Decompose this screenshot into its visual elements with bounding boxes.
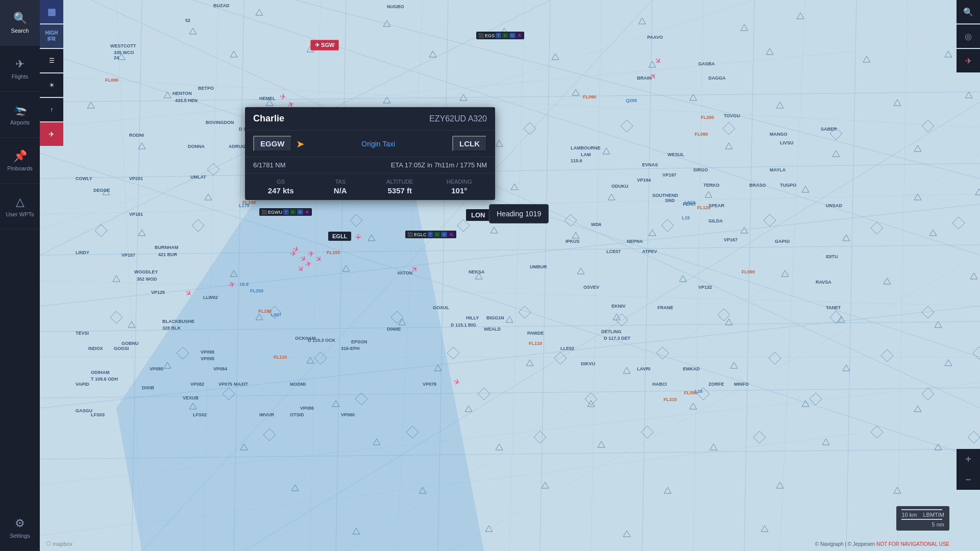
svg-marker-98 <box>475 273 482 279</box>
svg-marker-150 <box>723 122 735 135</box>
svg-marker-101 <box>781 270 789 277</box>
flight-filter-button[interactable]: ✈ <box>40 122 63 146</box>
svg-line-33 <box>591 0 601 551</box>
sidebar-item-flights[interactable]: ✈ Flights <box>0 46 40 92</box>
popup-arrow-icon: ➤ <box>296 138 305 150</box>
svg-marker-160 <box>871 222 883 234</box>
fl-label-15: Q295 <box>626 98 637 103</box>
sidebar-item-user-wpts[interactable]: △ User WPTs <box>0 184 40 230</box>
popup-status: Origin Taxi <box>309 140 449 148</box>
zoom-controls: + − <box>957 449 980 490</box>
fl-label-14: FL100 <box>327 250 340 255</box>
svg-marker-104 <box>128 321 135 328</box>
svg-line-36 <box>897 0 908 551</box>
svg-marker-58 <box>863 56 870 62</box>
copyright-bar: © Navigraph | © Jeppesen NOT FOR NAVIGAT… <box>815 541 949 547</box>
svg-marker-153 <box>95 224 107 237</box>
right-locate-button[interactable]: ◎ <box>957 24 980 48</box>
zoom-out-button[interactable]: − <box>957 469 980 490</box>
svg-marker-144 <box>761 525 768 532</box>
svg-marker-94 <box>929 230 937 236</box>
stat-alt-label: Altitude <box>386 179 413 185</box>
svg-marker-67 <box>776 102 783 108</box>
popup-origin-button[interactable]: EGGW <box>253 136 292 152</box>
ifr-button[interactable]: HIGHIFR <box>40 24 63 48</box>
right-search-button[interactable]: 🔍 <box>957 0 980 23</box>
svg-marker-122 <box>465 406 472 412</box>
popup-destination-button[interactable]: LCLK <box>452 136 487 152</box>
svg-marker-188 <box>641 426 653 438</box>
svg-marker-172 <box>447 347 459 359</box>
svg-line-2 <box>40 245 980 255</box>
zoom-in-button[interactable]: + <box>957 449 980 469</box>
svg-marker-107 <box>506 316 513 322</box>
sidebar-item-search[interactable]: 🔍 Search <box>0 0 40 46</box>
svg-marker-119 <box>945 360 952 366</box>
heading-popup-text: Heading 1019 <box>497 210 541 218</box>
sidebar-item-settings[interactable]: ⚙ Settings <box>0 505 40 551</box>
airport-eglc-icon: ⬛ <box>407 232 413 237</box>
mapbox-logo-text: mapbox <box>53 541 72 547</box>
svg-marker-187 <box>534 431 546 443</box>
sidebar: 🔍 Search ✈ Flights 🛬 Airports 📌 Pinboard… <box>0 0 40 551</box>
sidebar-item-pinboards[interactable]: 📌 Pinboards <box>0 138 40 184</box>
svg-marker-175 <box>769 352 781 364</box>
svg-marker-65 <box>572 89 579 95</box>
svg-line-12 <box>744 0 754 551</box>
airport-egll[interactable]: EGLL <box>328 232 351 241</box>
brightness-button[interactable]: ☀ <box>40 73 63 97</box>
svg-marker-84 <box>802 186 809 192</box>
popup-nm-flown: 6/1781 NM <box>253 161 286 169</box>
svg-marker-83 <box>705 191 712 197</box>
svg-marker-76 <box>914 145 921 152</box>
sidebar-label-settings: Settings <box>10 533 30 539</box>
airport-sgw[interactable]: ✈ SGW <box>310 40 339 51</box>
sidebar-label-search: Search <box>11 28 29 34</box>
fl-label-13: FL110 <box>529 341 542 346</box>
scale-bar: 10 km LBMTIM 5 nm <box>896 506 949 531</box>
svg-marker-45 <box>189 28 197 34</box>
airport-egs[interactable]: ⬛ EGS T D G A <box>476 32 524 39</box>
svg-marker-77 <box>103 189 110 195</box>
airport-egwu[interactable]: ⬛ EGWU T D G A <box>259 208 312 216</box>
map-svg <box>40 0 980 551</box>
popup-eta-row: 6/1781 NM ETA 17:05Z in 7h11m / 1775 NM <box>245 157 495 173</box>
svg-marker-72 <box>496 140 503 146</box>
svg-marker-90 <box>572 232 579 238</box>
stat-gs: GS 247 kts <box>253 179 309 195</box>
map[interactable]: BUZAD NUGBO PAAVO GASBA BRAIN DAGGA TOVG… <box>40 0 980 551</box>
right-filter-button[interactable]: ✈ <box>957 49 980 72</box>
fl-label-1: FL090 <box>105 78 118 83</box>
svg-line-10 <box>540 0 550 551</box>
svg-marker-137 <box>542 482 549 488</box>
svg-marker-44 <box>256 9 263 15</box>
svg-marker-181 <box>585 393 597 405</box>
airport-eglc[interactable]: ⬛ EGLC T D G A <box>405 231 456 238</box>
svg-marker-82 <box>608 194 615 200</box>
layers-button[interactable]: ☰ <box>40 49 63 72</box>
svg-marker-60 <box>87 102 94 108</box>
svg-marker-115 <box>526 360 533 366</box>
svg-marker-156 <box>457 219 470 232</box>
scale-5nm: 5 nm <box>901 521 944 528</box>
map-view-button[interactable]: ▦ <box>40 0 63 23</box>
flight-popup: Charlie EZY62UD A320 EGGW ➤ Origin Taxi … <box>245 107 495 200</box>
stat-alt-value: 5357 ft <box>387 186 412 195</box>
svg-marker-102 <box>884 278 891 284</box>
svg-marker-57 <box>766 48 773 55</box>
airplane-lhr3[interactable]: ✈ <box>353 234 363 240</box>
svg-line-13 <box>846 0 856 551</box>
svg-marker-148 <box>524 122 536 135</box>
svg-marker-85 <box>914 194 921 200</box>
north-up-button[interactable]: ↑ <box>40 98 63 121</box>
popup-callsign: Charlie <box>253 113 284 124</box>
svg-marker-48 <box>639 18 646 24</box>
sidebar-item-airports[interactable]: 🛬 Airports <box>0 92 40 138</box>
svg-marker-190 <box>871 426 883 438</box>
svg-marker-81 <box>511 184 518 190</box>
pinboards-icon: 📌 <box>13 149 27 163</box>
popup-eta-text: ETA 17:05Z in 7h11m / 1775 NM <box>391 161 487 169</box>
svg-marker-176 <box>881 349 893 362</box>
svg-marker-124 <box>690 403 697 409</box>
scale-10km: 10 km <box>901 512 917 518</box>
